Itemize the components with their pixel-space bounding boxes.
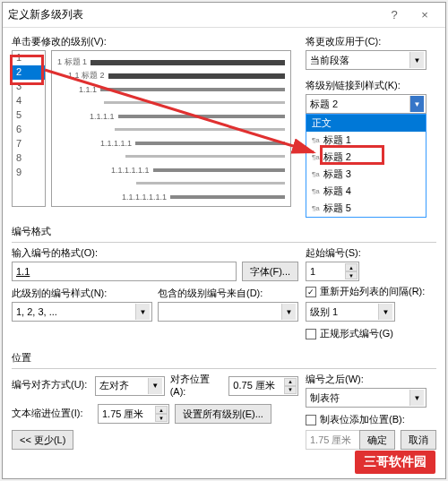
close-button[interactable]: × <box>409 4 440 26</box>
help-button[interactable]: ? <box>379 4 409 26</box>
chevron-down-icon: ▼ <box>409 390 424 406</box>
after-num-combo[interactable]: 制表符 ▼ <box>306 388 426 408</box>
level-list[interactable]: 123456789 <box>12 50 46 207</box>
link-style-option[interactable]: ¶a标题 5 <box>306 200 426 217</box>
chevron-down-icon: ▼ <box>409 96 424 112</box>
link-style-option[interactable]: ¶a标题 1 <box>306 132 426 149</box>
dialog-title: 定义新多级列表 <box>8 7 379 22</box>
include-from-combo[interactable]: ▼ <box>158 302 298 322</box>
level-item[interactable]: 2 <box>13 65 45 80</box>
level-item[interactable]: 1 <box>13 51 45 65</box>
cancel-button[interactable]: 取消 <box>401 430 436 450</box>
watermark: 三哥软件园 <box>355 451 435 474</box>
chevron-down-icon: ▼ <box>135 304 150 320</box>
preview-pane: 1 标题 11.1 标题 21.1.11.1.1.11.1.1.1.11.1.1… <box>51 50 291 207</box>
include-from-label: 包含的级别编号来自(D): <box>158 287 298 300</box>
level-item[interactable]: 8 <box>13 151 45 166</box>
position-section: 位置 <box>12 351 436 365</box>
dialog: 定义新多级列表 ? × 单击要修改的级别(V): 123456789 1 标题 … <box>2 2 446 479</box>
link-style-value: 标题 2 <box>310 98 338 111</box>
link-style-option[interactable]: 正文 <box>306 115 426 132</box>
after-num-label: 编号之后(W): <box>306 373 426 386</box>
link-style-combo[interactable]: 标题 2 ▼ <box>306 94 426 114</box>
apply-to-combo[interactable]: 当前段落 ▼ <box>306 50 426 70</box>
align-label: 编号对齐方式(U): <box>12 378 90 391</box>
level-item[interactable]: 6 <box>13 123 45 137</box>
level-style-combo[interactable]: 1, 2, 3, ... ▼ <box>12 302 152 322</box>
chevron-down-icon: ▼ <box>378 304 392 320</box>
link-style-dropdown[interactable]: 正文¶a标题 1¶a标题 2¶a标题 3¶a标题 4¶a标题 5 <box>306 114 426 218</box>
level-item[interactable]: 9 <box>13 166 45 180</box>
format-input[interactable]: 1.1 <box>12 262 237 281</box>
set-all-button[interactable]: 设置所有级别(E)... <box>175 404 271 424</box>
level-item[interactable]: 3 <box>13 80 45 94</box>
chevron-down-icon: ▼ <box>281 304 296 320</box>
level-item[interactable]: 4 <box>13 94 45 108</box>
start-at-label: 起始编号(S): <box>306 246 426 260</box>
up-icon[interactable]: ▲ <box>345 263 358 271</box>
restart-checkbox[interactable]: ✓重新开始列表的间隔(R): <box>306 285 426 298</box>
apply-to-label: 将更改应用于(C): <box>306 35 426 48</box>
legal-checkbox[interactable]: 正规形式编号(G) <box>306 327 426 340</box>
align-at-label: 对齐位置(A): <box>170 373 224 397</box>
apply-to-value: 当前段落 <box>310 54 349 67</box>
this-level-style-label: 此级别的编号样式(N): <box>12 287 152 300</box>
tab-add-checkbox[interactable]: 制表位添加位置(B): <box>306 413 426 426</box>
link-style-option[interactable]: ¶a标题 3 <box>306 166 426 183</box>
num-format-section: 编号格式 <box>12 225 436 238</box>
restart-combo[interactable]: 级别 1 ▼ <box>306 302 395 322</box>
click-level-label: 单击要修改的级别(V): <box>12 35 298 48</box>
less-button[interactable]: << 更少(L) <box>12 430 73 450</box>
link-style-option[interactable]: ¶a标题 2 <box>306 149 426 166</box>
align-combo[interactable]: 左对齐 ▼ <box>95 376 165 396</box>
font-button[interactable]: 字体(F)... <box>242 262 298 281</box>
start-at-spinner[interactable]: 1 ▲▼ <box>306 262 359 281</box>
enter-format-label: 输入编号的格式(O): <box>12 246 298 260</box>
align-at-spinner[interactable]: 0.75 厘米 ▲▼ <box>228 376 298 396</box>
link-style-label: 将级别链接到样式(K): <box>306 79 426 92</box>
indent-at-spinner[interactable]: 1.75 厘米 ▲▼ <box>98 404 169 424</box>
indent-at-label: 文本缩进位置(I): <box>12 407 92 420</box>
down-icon[interactable]: ▼ <box>345 271 358 279</box>
level-item[interactable]: 5 <box>13 108 45 123</box>
titlebar: 定义新多级列表 ? × <box>3 3 445 28</box>
ok-button[interactable]: 确定 <box>359 430 395 450</box>
chevron-down-icon: ▼ <box>409 52 424 68</box>
link-style-option[interactable]: ¶a标题 4 <box>306 183 426 200</box>
level-item[interactable]: 7 <box>13 137 45 151</box>
chevron-down-icon: ▼ <box>148 378 162 394</box>
